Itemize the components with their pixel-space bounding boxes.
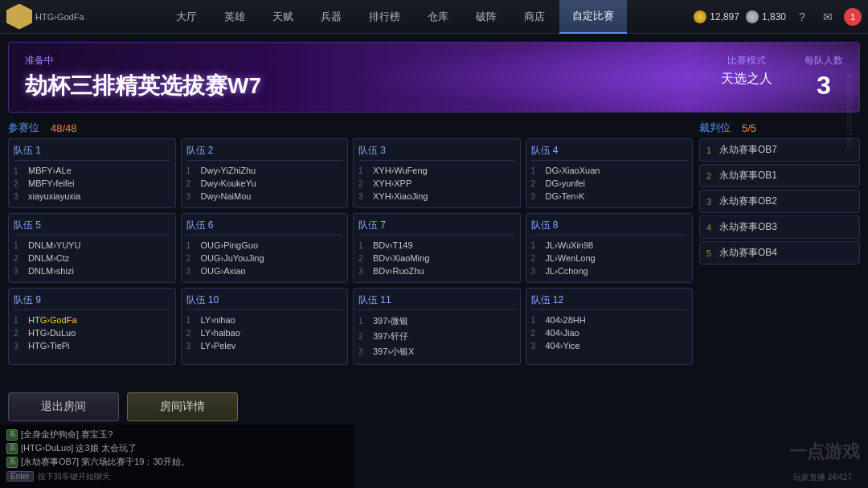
- team-card-title: 队伍 10: [186, 293, 343, 310]
- team-member: 1397›微银: [358, 314, 515, 329]
- team-member: 2LY›haibao: [186, 326, 343, 339]
- team-member: 1Dwy›YiZhiZhu: [186, 164, 343, 177]
- team-member: 1XYH›WuFeng: [358, 164, 515, 177]
- team-member: 3DNLM›shizi: [14, 265, 170, 277]
- chat-message: 系[全身金护狗命] 赛宝玉?: [6, 428, 347, 441]
- nav-warehouse[interactable]: 仓库: [415, 0, 461, 34]
- team-member: 2Dwy›KoukeYu: [186, 177, 343, 190]
- banner-status: 准备中: [25, 54, 721, 68]
- chat-icon: 系: [6, 429, 18, 441]
- judge-item: 2永劫赛事OB1: [699, 164, 860, 187]
- team-card: 队伍 91HTG›GodFa2HTG›DuLuo3HTG›TiePi: [8, 288, 176, 365]
- top-navigation: HTG›GodFa 大厅 英雄 天赋 兵器 排行榜 仓库 破阵 商店 自定比赛 …: [0, 0, 868, 34]
- gold-currency: 12,897: [694, 10, 739, 23]
- team-member: 1BDv›T149: [358, 239, 515, 252]
- team-member: 3Dwy›NaiMou: [186, 190, 343, 203]
- team-member: 1HTG›GodFa: [14, 314, 170, 326]
- silver-currency: 1,830: [746, 10, 786, 23]
- team-member: 2DNLM›Ctz: [14, 252, 170, 265]
- team-member: 1DG›XiaoXuan: [531, 164, 688, 177]
- team-card: 队伍 111397›微银2397›轩仔3397›小银X: [353, 288, 521, 365]
- team-member: 3HTG›TiePi: [14, 339, 170, 352]
- team-member: 2DG›yunfei: [531, 177, 688, 190]
- team-card: 队伍 101LY›nihao2LY›haibao3LY›Pelev: [181, 288, 349, 365]
- nav-right-area: 12,897 1,830 ? ✉ 1: [694, 7, 868, 27]
- team-card-title: 队伍 6: [186, 219, 343, 236]
- team-member: 3DG›Ten›K: [531, 190, 688, 203]
- banner-left: 准备中 劫杯三排精英选拔赛W7: [25, 54, 721, 101]
- watermark: 一点游戏: [789, 440, 860, 464]
- team-card: 队伍 71BDv›T1492BDv›XiaoMing3BDv›RuoZhu: [353, 213, 521, 283]
- judges-header: 裁判位 5/5: [699, 121, 860, 135]
- mail-button[interactable]: ✉: [818, 7, 837, 27]
- chat-icon: 系: [6, 457, 18, 468]
- nav-hero[interactable]: 英雄: [211, 0, 258, 34]
- nav-formation[interactable]: 破阵: [463, 0, 510, 34]
- chat-enter-hint: Enter 按下回车键开始聊天: [6, 469, 347, 485]
- team-member: 3XYH›XiaoJing: [358, 190, 515, 203]
- notification-badge[interactable]: 1: [844, 8, 862, 26]
- content-row: 参赛位 48/48 队伍 11MBFY›ALe2MBFY›feifei3xiay…: [8, 121, 860, 386]
- nav-menu: 大厅 英雄 天赋 兵器 排行榜 仓库 破阵 商店 自定比赛: [96, 0, 694, 34]
- exit-room-button[interactable]: 退出房间: [8, 392, 119, 421]
- nav-custom-match[interactable]: 自定比赛: [559, 0, 627, 34]
- banner-right: 比赛模式 天选之人 每队人数 3: [721, 54, 843, 100]
- teams-grid: 队伍 11MBFY›ALe2MBFY›feifei3xiayuxiayuxia队…: [8, 138, 693, 365]
- team-card-title: 队伍 3: [358, 144, 515, 161]
- nav-ranking[interactable]: 排行榜: [356, 0, 413, 34]
- team-card: 队伍 81JL›WuXin982JL›WenLong3JL›Cchong: [526, 213, 694, 283]
- nav-hall[interactable]: 大厅: [163, 0, 210, 34]
- team-card-title: 队伍 9: [14, 293, 170, 310]
- judges-section: 裁判位 5/5 1永劫赛事OB72永劫赛事OB13永劫赛事OB24永劫赛事OB3…: [699, 121, 860, 386]
- nav-weapon[interactable]: 兵器: [308, 0, 354, 34]
- team-member: 3BDv›RuoZhu: [358, 265, 515, 277]
- team-card: 队伍 51DNLM›YUYU2DNLM›Ctz3DNLM›shizi: [8, 213, 176, 283]
- gold-icon: [694, 10, 706, 23]
- logo-area: HTG›GodFa: [0, 4, 96, 30]
- team-member: 2HTG›DuLuo: [14, 326, 170, 339]
- judges-list: 1永劫赛事OB72永劫赛事OB13永劫赛事OB24永劫赛事OB35永劫赛事OB4: [699, 138, 860, 265]
- team-card-title: 队伍 12: [531, 293, 688, 310]
- silver-icon: [746, 10, 759, 23]
- main-content: 准备中 劫杯三排精英选拔赛W7 比赛模式 天选之人 每队人数 3 参赛位 48/…: [0, 34, 868, 488]
- team-card: 队伍 21Dwy›YiZhiZhu2Dwy›KoukeYu3Dwy›NaiMou: [181, 138, 349, 208]
- team-card: 队伍 121404›28HH2404›Jiao3404›Yice: [526, 288, 694, 365]
- team-card: 队伍 41DG›XiaoXuan2DG›yunfei3DG›Ten›K: [526, 138, 694, 208]
- team-member: 2OUG›JuYouJing: [186, 252, 343, 265]
- game-logo-icon: [6, 4, 32, 30]
- team-member: 3xiayuxiayuxia: [14, 190, 170, 203]
- judge-item: 1永劫赛事OB7: [699, 138, 860, 162]
- team-card: 队伍 11MBFY›ALe2MBFY›feifei3xiayuxiayuxia: [8, 138, 176, 208]
- bottom-player-info: 玩家直播 34/427: [793, 472, 852, 483]
- team-member: 2JL›WenLong: [531, 252, 688, 265]
- team-member: 2BDv›XiaoMing: [358, 252, 515, 265]
- judges-label: 裁判位: [699, 121, 731, 135]
- team-card-title: 队伍 8: [531, 219, 688, 236]
- team-card: 队伍 61OUG›PingGuo2OUG›JuYouJing3OUG›Axiao: [181, 213, 349, 283]
- team-member: 3404›Yice: [531, 339, 688, 352]
- team-member: 3OUG›Axiao: [186, 265, 343, 277]
- nav-talent[interactable]: 天赋: [260, 0, 306, 34]
- team-member: 1LY›nihao: [186, 314, 343, 326]
- team-card-title: 队伍 1: [14, 144, 170, 161]
- match-banner: 准备中 劫杯三排精英选拔赛W7 比赛模式 天选之人 每队人数 3: [8, 42, 860, 113]
- logo-text: HTG›GodFa: [35, 12, 84, 22]
- nav-shop[interactable]: 商店: [511, 0, 558, 34]
- team-member: 2XYH›XPP: [358, 177, 515, 190]
- team-card-title: 队伍 5: [14, 219, 170, 236]
- chat-area: 系[全身金护狗命] 赛宝玉?系[HTG›DuLuo] 这3娘 太会玩了系[永劫赛…: [0, 424, 354, 488]
- teams-section: 参赛位 48/48 队伍 11MBFY›ALe2MBFY›feifei3xiay…: [8, 121, 693, 386]
- team-card: 队伍 31XYH›WuFeng2XYH›XPP3XYH›XiaoJing: [353, 138, 521, 208]
- judges-count: 5/5: [742, 122, 756, 134]
- judge-item: 3永劫赛事OB2: [699, 190, 860, 213]
- room-detail-button[interactable]: 房间详情: [127, 392, 238, 421]
- team-member: 3JL›Cchong: [531, 265, 688, 277]
- seats-header: 参赛位 48/48: [8, 121, 693, 135]
- banner-mode: 比赛模式 天选之人: [721, 54, 772, 100]
- team-member: 2404›Jiao: [531, 326, 688, 339]
- team-member: 1OUG›PingGuo: [186, 239, 343, 252]
- team-member: 1JL›WuXin98: [531, 239, 688, 252]
- help-button[interactable]: ?: [792, 7, 812, 27]
- banner-title: 劫杯三排精英选拔赛W7: [25, 71, 721, 101]
- team-card-title: 队伍 7: [358, 219, 515, 236]
